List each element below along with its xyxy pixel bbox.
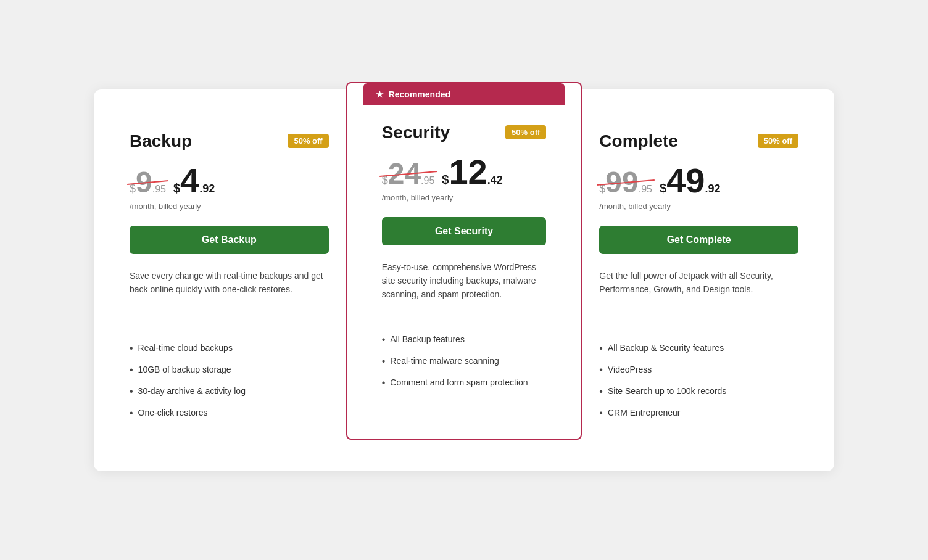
- discount-badge: 50% off: [505, 125, 546, 139]
- cta-button-backup[interactable]: Get Backup: [130, 226, 329, 254]
- plan-description: Easy-to-use, comprehensive WordPress sit…: [382, 260, 547, 310]
- feature-item: 30-day archive & activity log: [130, 381, 329, 403]
- discount-badge: 50% off: [758, 134, 798, 148]
- price-row: $ 99 .95 $ 49 .92: [599, 163, 798, 198]
- features-list: Real-time cloud backups10GB of backup st…: [130, 338, 329, 424]
- current-amount: 49: [666, 163, 705, 198]
- feature-item: Comment and form spam protection: [382, 373, 547, 394]
- feature-item: Site Search up to 100k records: [599, 381, 798, 403]
- feature-item: VideoPress: [599, 360, 798, 381]
- plan-name: Security: [382, 123, 450, 142]
- plan-description: Get the full power of Jetpack with all S…: [599, 269, 798, 318]
- recommended-banner: ★Recommended: [363, 83, 565, 105]
- current-currency: $: [442, 173, 449, 187]
- plan-card-complete: Complete 50% off $ 99 .95 $ 49 .92 /mont…: [582, 114, 816, 447]
- current-currency: $: [660, 181, 666, 196]
- discount-badge: 50% off: [288, 134, 328, 148]
- feature-item: Real-time malware scanning: [382, 351, 547, 373]
- original-price: $ 24 .95: [382, 159, 435, 189]
- current-price: $ 49 .92: [660, 163, 720, 198]
- original-cents: .95: [421, 175, 434, 186]
- feature-item: Real-time cloud backups: [130, 338, 329, 360]
- current-currency: $: [173, 181, 180, 196]
- current-price: $ 12 .42: [442, 155, 502, 189]
- cta-button-complete[interactable]: Get Complete: [599, 226, 798, 254]
- recommended-label: Recommended: [389, 89, 450, 99]
- features-list: All Backup & Security featuresVideoPress…: [599, 338, 798, 424]
- pricing-container: Backup 50% off $ 9 .95 $ 4 .92 /month, b…: [94, 89, 834, 471]
- plan-header: Complete 50% off: [599, 131, 798, 151]
- feature-item: One-click restores: [130, 403, 329, 424]
- feature-item: All Backup features: [382, 329, 547, 351]
- features-list: All Backup featuresReal-time malware sca…: [382, 329, 547, 394]
- feature-item: All Backup & Security features: [599, 338, 798, 360]
- price-row: $ 9 .95 $ 4 .92: [130, 163, 329, 198]
- original-price: $ 99 .95: [599, 168, 652, 197]
- feature-item: 10GB of backup storage: [130, 360, 329, 381]
- current-amount: 4: [180, 163, 199, 198]
- plan-name: Complete: [599, 131, 678, 151]
- current-amount: 12: [449, 155, 487, 189]
- cta-button-security[interactable]: Get Security: [382, 217, 547, 245]
- star-icon: ★: [376, 89, 384, 99]
- plan-header: Security 50% off: [382, 123, 547, 142]
- billing-note: /month, billed yearly: [130, 202, 329, 211]
- plan-name: Backup: [130, 131, 192, 151]
- current-cents: .92: [705, 183, 720, 196]
- current-cents: .92: [199, 183, 215, 196]
- plan-header: Backup 50% off: [130, 131, 329, 151]
- current-cents: .42: [487, 174, 503, 187]
- original-price: $ 9 .95: [130, 168, 166, 197]
- price-row: $ 24 .95 $ 12 .42: [382, 155, 547, 189]
- billing-note: /month, billed yearly: [599, 202, 798, 211]
- original-cents: .95: [152, 184, 166, 195]
- plan-description: Save every change with real-time backups…: [130, 269, 329, 318]
- billing-note: /month, billed yearly: [382, 193, 547, 202]
- original-cents: .95: [639, 184, 652, 195]
- feature-item: CRM Entrepreneur: [599, 403, 798, 424]
- plan-card-security: ★Recommended Security 50% off $ 24 .95 $…: [346, 82, 582, 440]
- current-price: $ 4 .92: [173, 163, 215, 198]
- plan-card-backup: Backup 50% off $ 9 .95 $ 4 .92 /month, b…: [112, 114, 346, 447]
